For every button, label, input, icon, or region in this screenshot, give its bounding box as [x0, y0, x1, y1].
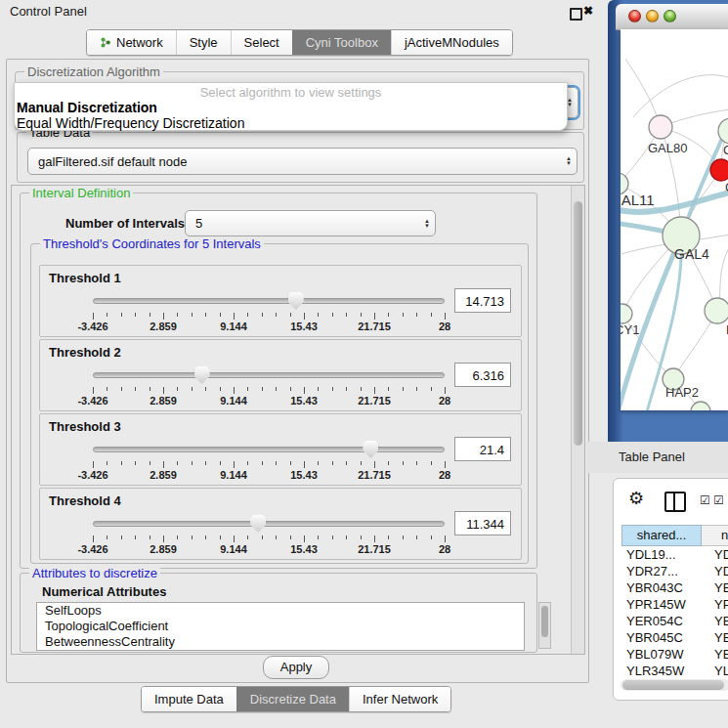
number-of-intervals-spinner[interactable]: 5 ▲▼ — [185, 210, 436, 236]
tick-mark — [192, 387, 193, 391]
list-scrollbar[interactable] — [538, 602, 551, 649]
table-cell[interactable]: YDR27... — [621, 563, 707, 579]
tab-jactivemnodules[interactable]: jActiveMNodules — [391, 30, 512, 55]
table-cell[interactable]: YDL19... — [621, 546, 707, 563]
numerical-attributes-list[interactable]: SelfLoopsTopologicalCoefficientBetweenne… — [36, 602, 525, 651]
table-data-value: galFiltered.sif default node — [28, 154, 561, 169]
threshold-4-slider[interactable]: -3.4262.8599.14415.4321.71528 — [93, 516, 445, 557]
threshold-3-slider[interactable]: -3.4262.8599.14415.4321.71528 — [93, 442, 445, 483]
table-cell[interactable]: YDR2 — [707, 563, 728, 579]
table-row[interactable]: YBR045CYBR0 — [621, 629, 728, 646]
checkbox-icon[interactable]: ☑ — [713, 493, 724, 507]
network-canvas[interactable]: GAL80 G GAL11 C GAL4 GCY1 H HAP2 — [621, 29, 728, 410]
tab-label: Infer Network — [363, 688, 438, 711]
table-row[interactable]: YDL19...YDL1 — [621, 546, 728, 563]
table-cell[interactable]: YBL079W — [621, 646, 707, 663]
horizontal-scrollbar[interactable] — [621, 679, 728, 691]
tick-mark — [220, 313, 221, 317]
threshold-value-field[interactable]: 21.4 — [454, 437, 511, 461]
slider-thumb[interactable] — [288, 292, 304, 310]
apply-button[interactable]: Apply — [263, 656, 329, 679]
tab-impute-data[interactable]: Impute Data — [142, 687, 236, 711]
tick-mark — [93, 313, 94, 320]
float-window-icon[interactable] — [570, 8, 582, 21]
table-cell[interactable]: YBR043C — [621, 579, 707, 596]
table-cell[interactable]: YPR1 — [707, 596, 728, 613]
threshold-value-field[interactable]: 14.713 — [454, 288, 511, 313]
table-cell[interactable]: YLR3 — [707, 663, 728, 677]
tick-mark — [121, 535, 122, 539]
tick-mark — [431, 535, 432, 539]
tick-mark — [163, 387, 164, 394]
number-of-intervals-label: Number of Intervals — [65, 216, 185, 231]
table-row[interactable]: YPR145WYPR1 — [621, 596, 728, 613]
minimize-traffic-light[interactable] — [646, 10, 659, 22]
table-row[interactable]: YLR345WYLR3 — [621, 663, 728, 677]
attribute-list-item[interactable]: TopologicalCoefficient — [37, 619, 524, 634]
close-icon[interactable]: ✖ — [583, 4, 593, 18]
scrollbar-thumb[interactable] — [541, 606, 548, 637]
column-layout-icon[interactable] — [664, 492, 686, 512]
tick-mark — [403, 535, 404, 539]
tab-cyni-toolbox[interactable]: Cyni Toolbox — [292, 30, 391, 55]
threshold-2-slider[interactable]: -3.4262.8599.14415.4321.71528 — [93, 367, 445, 408]
slider-track[interactable] — [93, 447, 445, 452]
spinner-arrows-icon: ▲▼ — [419, 219, 435, 229]
tick-mark — [150, 387, 150, 391]
table-row[interactable]: YDR27...YDR2 — [621, 563, 728, 579]
slider-track[interactable] — [93, 298, 445, 304]
close-traffic-light[interactable] — [628, 10, 641, 22]
slider-thumb[interactable] — [250, 515, 266, 533]
tab-infer-network[interactable]: Infer Network — [349, 687, 450, 711]
tick-mark — [262, 461, 263, 465]
dropdown-option-manual[interactable]: Manual Discretization — [17, 100, 157, 115]
attribute-list-item[interactable]: BetweennessCentrality — [37, 634, 524, 650]
tick-label: -3.426 — [77, 469, 107, 481]
table-row[interactable]: YBR043CYBR0 — [621, 579, 728, 596]
threshold-1-slider[interactable]: -3.4262.8599.14415.4321.71528 — [93, 293, 445, 334]
table-row[interactable]: YER054CYER0 — [621, 613, 728, 629]
table-cell[interactable]: YER054C — [621, 613, 707, 629]
table-cell[interactable]: YBR0 — [707, 579, 728, 596]
column-header-shared-name[interactable]: shared... — [621, 525, 702, 546]
slider-thumb[interactable] — [363, 441, 378, 458]
table-cell[interactable]: YER0 — [707, 613, 728, 629]
slider-track[interactable] — [93, 521, 445, 527]
scrollbar-thumb[interactable] — [622, 680, 724, 690]
tab-network[interactable]: Network — [87, 30, 176, 55]
table-panel: ⚙ ☑ ☑ shared... n YDL19...YDL1YDR27...YD… — [613, 478, 728, 701]
tab-select[interactable]: Select — [231, 30, 292, 55]
tick-mark — [431, 461, 432, 465]
tick-mark — [163, 461, 164, 468]
threshold-value-field[interactable]: 6.316 — [454, 363, 511, 387]
network-view-window[interactable]: GAL80 G GAL11 C GAL4 GCY1 H HAP2 — [608, 0, 728, 442]
tick-label: 9.144 — [220, 543, 247, 555]
vertical-scrollbar[interactable] — [571, 186, 584, 654]
table-cell[interactable]: YBL0 — [707, 646, 728, 663]
tab-style[interactable]: Style — [176, 30, 231, 55]
attribute-list-item[interactable]: SelfLoops — [37, 603, 524, 619]
table-body: YDL19...YDL1YDR27...YDR2YBR043CYBR0YPR14… — [621, 546, 728, 677]
zoom-traffic-light[interactable] — [664, 10, 676, 22]
scrollbar-thumb[interactable] — [574, 201, 582, 446]
dropdown-option-equal-width[interactable]: Equal Width/Frequency Discretization — [17, 115, 244, 131]
checkbox-icon[interactable]: ☑ — [700, 493, 710, 507]
threshold-value-field[interactable]: 11.344 — [454, 511, 511, 535]
table-data-combobox[interactable]: galFiltered.sif default node ▲▼ — [27, 148, 578, 175]
table-cell[interactable]: YDL1 — [707, 546, 728, 563]
network-window-titlebar[interactable] — [616, 4, 728, 30]
table-row[interactable]: YBL079WYBL0 — [621, 646, 728, 663]
tick-label: 28 — [439, 321, 450, 332]
cyni-toolbox-panel: Discretization Algorithm ▲▼ Select algor… — [6, 59, 589, 683]
column-header-name[interactable]: n — [702, 525, 728, 546]
table-cell[interactable]: YPR145W — [621, 596, 707, 613]
slider-track[interactable] — [93, 372, 445, 378]
table-cell[interactable]: YBR0 — [707, 629, 728, 646]
table-cell[interactable]: YBR045C — [621, 629, 707, 646]
tick-mark — [388, 461, 389, 465]
tab-discretize-data[interactable]: Discretize Data — [236, 687, 349, 711]
table-cell[interactable]: YLR345W — [621, 663, 707, 677]
network-icon — [100, 36, 111, 49]
gear-icon[interactable]: ⚙ — [628, 488, 644, 509]
slider-thumb[interactable] — [194, 366, 210, 384]
